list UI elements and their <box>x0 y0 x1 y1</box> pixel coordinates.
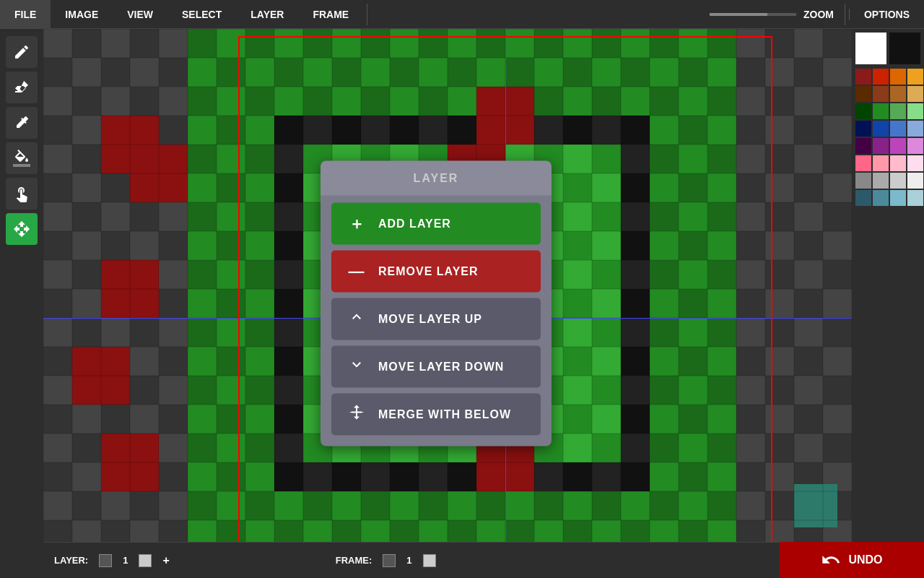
hand-tool[interactable] <box>6 178 38 210</box>
menu-file[interactable]: FILE <box>0 0 51 28</box>
move-down-label: MOVE LAYER DOWN <box>378 361 504 374</box>
color-swatch-24[interactable] <box>855 173 871 189</box>
color-swatch-6[interactable] <box>890 86 906 102</box>
layer-label: LAYER: <box>54 555 88 566</box>
menu-image[interactable]: IMAGE <box>51 0 113 28</box>
color-swatch-8[interactable] <box>855 103 871 119</box>
add-layer-label: ADD LAYER <box>378 217 451 230</box>
frame-num: 1 <box>406 555 411 566</box>
color-swatch-22[interactable] <box>890 155 906 171</box>
color-swatch-15[interactable] <box>907 121 923 137</box>
color-swatch-9[interactable] <box>873 103 889 119</box>
color-swatch-17[interactable] <box>873 138 889 154</box>
layer-color-box[interactable] <box>99 554 112 567</box>
move-layer-down-button[interactable]: MOVE LAYER DOWN <box>331 346 541 388</box>
merge-icon <box>346 404 367 426</box>
add-layer-button[interactable]: ＋ ADD LAYER <box>331 203 541 245</box>
color-swatch-23[interactable] <box>907 155 923 171</box>
frame-color-box2[interactable] <box>423 554 436 567</box>
color-swatch-13[interactable] <box>873 121 889 137</box>
layer-add-btn[interactable]: + <box>162 554 169 567</box>
color-swatch-3[interactable] <box>907 69 923 85</box>
move-layer-up-button[interactable]: MOVE LAYER UP <box>331 298 541 340</box>
frame-color-box[interactable] <box>383 554 396 567</box>
bottombar: LAYER: 1 + FRAME: 1 <box>43 542 852 578</box>
color-swatch-20[interactable] <box>855 155 871 171</box>
move-up-label: MOVE LAYER UP <box>378 313 482 326</box>
color-swatch-black[interactable] <box>889 33 920 64</box>
color-panel <box>852 29 924 578</box>
color-swatch-12[interactable] <box>855 121 871 137</box>
color-swatch-7[interactable] <box>907 86 923 102</box>
zoom-slider[interactable] <box>710 13 796 16</box>
undo-button[interactable]: UNDO <box>780 542 924 578</box>
color-swatch-21[interactable] <box>873 155 889 171</box>
dialog-buttons: ＋ ADD LAYER ― REMOVE LAYER MOVE LAYER UP <box>321 196 552 447</box>
zoom-label: ZOOM <box>803 9 834 20</box>
menu-select[interactable]: SELECT <box>167 0 236 28</box>
color-swatch-16[interactable] <box>855 138 871 154</box>
canvas-area[interactable]: LAYER ＋ ADD LAYER ― REMOVE LAYER MO <box>43 29 852 578</box>
eyedropper-tool[interactable] <box>6 107 38 139</box>
zoom-area: ZOOM <box>702 9 841 20</box>
move-down-icon <box>346 356 367 378</box>
color-swatch-14[interactable] <box>890 121 906 137</box>
color-swatch-31[interactable] <box>907 190 923 206</box>
options-label[interactable]: OPTIONS <box>849 9 924 20</box>
pencil-tool[interactable] <box>6 36 38 68</box>
remove-layer-label: REMOVE LAYER <box>378 265 479 278</box>
color-swatch-0[interactable] <box>855 69 871 85</box>
merge-below-button[interactable]: MERGE WITH BELOW <box>331 394 541 436</box>
toolbar <box>0 29 43 578</box>
undo-label: UNDO <box>848 553 882 566</box>
remove-layer-button[interactable]: ― REMOVE LAYER <box>331 251 541 293</box>
color-swatch-30[interactable] <box>890 190 906 206</box>
color-swatch-4[interactable] <box>855 86 871 102</box>
color-swatch-27[interactable] <box>907 173 923 189</box>
color-swatch-5[interactable] <box>873 86 889 102</box>
layer-num: 1 <box>123 555 128 566</box>
fill-tool[interactable] <box>6 142 38 174</box>
remove-layer-icon: ― <box>346 262 367 281</box>
layer-dialog: LAYER ＋ ADD LAYER ― REMOVE LAYER MO <box>321 161 552 447</box>
color-swatch-19[interactable] <box>907 138 923 154</box>
move-tool[interactable] <box>6 213 38 245</box>
main-area: LAYER ＋ ADD LAYER ― REMOVE LAYER MO <box>0 29 924 578</box>
menubar: FILE IMAGE VIEW SELECT LAYER FRAME ZOOM … <box>0 0 924 29</box>
color-swatch-18[interactable] <box>890 138 906 154</box>
color-swatch-10[interactable] <box>890 103 906 119</box>
color-swatch-white[interactable] <box>855 33 886 64</box>
layer-color-box2[interactable] <box>139 554 152 567</box>
divider-1 <box>367 4 367 25</box>
menu-view[interactable]: VIEW <box>113 0 167 28</box>
frame-label: FRAME: <box>336 555 372 566</box>
menu-layer[interactable]: LAYER <box>236 0 298 28</box>
add-layer-icon: ＋ <box>346 213 367 235</box>
merge-below-label: MERGE WITH BELOW <box>378 408 511 421</box>
color-swatch-11[interactable] <box>907 103 923 119</box>
undo-icon <box>821 550 841 570</box>
color-grid <box>855 69 920 206</box>
color-swatch-25[interactable] <box>873 173 889 189</box>
color-swatch-1[interactable] <box>873 69 889 85</box>
color-swatch-29[interactable] <box>873 190 889 206</box>
color-swatch-2[interactable] <box>890 69 906 85</box>
color-swatch-28[interactable] <box>855 190 871 206</box>
menu-frame[interactable]: FRAME <box>298 0 363 28</box>
color-swatch-26[interactable] <box>890 173 906 189</box>
divider-2 <box>845 4 845 25</box>
move-up-icon <box>346 309 367 330</box>
eraser-tool[interactable] <box>6 72 38 103</box>
dialog-title: LAYER <box>321 161 552 196</box>
